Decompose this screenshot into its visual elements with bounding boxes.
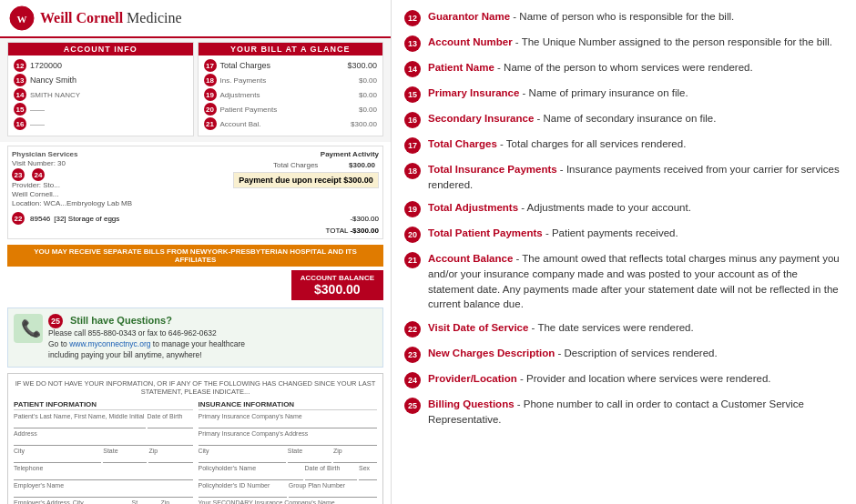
policyholder-id-label: Policyholder's ID Number [199,482,287,489]
bill-row-19: 19 Adjustments $0.00 [204,88,378,101]
group-plan-field[interactable] [289,489,377,498]
wcm-title-weill: Weill Cornell [40,10,123,25]
balance-label: ACCOUNT BALANCE [301,274,374,282]
total-charges-amount: $300.00 [347,61,377,70]
phys-left: Physician Services Visit Number: 30 23 2… [12,150,233,208]
total-label: TOTAL [325,227,348,235]
insurance-info-header: INSURANCE INFORMATION [199,400,378,410]
primary-ins-zip-field[interactable] [333,454,377,463]
legend-item-18: 18Total Insurance Payments - Insurance p… [404,162,843,192]
primary-ins-state-field[interactable] [288,454,331,463]
circle-21-bill: 21 [204,117,217,130]
legend-item-12: 12Guarantor Name - Name of person who is… [404,9,843,26]
patient-payments-label: Patient Payments [220,106,278,114]
legend-circle-16: 16 [404,112,421,128]
employer-row: Employer's Name [14,482,193,498]
legend-text-25: Billing Questions - Phone number to call… [428,397,843,427]
primary-ins-name-row: Primary Insurance Company's Name [199,413,378,428]
circle-25: 25 [48,314,63,328]
bill-row-17: 17 Total Charges $300.00 [204,59,378,72]
legend-circle-20: 20 [404,227,421,243]
legend-circle-14: 14 [404,61,421,77]
phone-field[interactable] [14,471,193,480]
policyholder-name-field[interactable] [199,471,303,480]
payment-table: Total Charges $300.00 [233,160,379,170]
circle-24: 24 [32,168,45,181]
policyholder-row: Policyholder's Name Date of Birth Sex [199,465,378,480]
legend-text-14: Patient Name - Name of the person to who… [428,60,753,76]
circle-15: 15 [14,103,26,116]
circle-23: 23 [12,168,25,181]
charges-detail-row: 22 89546 [32] Storage of eggs -$300.00 [12,212,379,225]
total-row: TOTAL -$300.00 [12,227,379,235]
employer-field[interactable] [14,489,193,498]
physician-section: Physician Services Visit Number: 30 23 2… [7,146,383,239]
balance-amount: $300.00 [301,282,374,297]
questions-line2: Go to [48,339,67,348]
phys-visit-num: Visit Number: 30 [12,159,233,167]
service-code: 89546 [30,215,50,223]
questions-line1: Please call 855-880-0343 or fax to 646-9… [48,328,217,338]
primary-ins-addr-field[interactable] [199,437,378,446]
legend-item-15: 15Primary Insurance - Name of primary in… [404,86,843,103]
primary-ins-name-label: Primary Insurance Company's Name [199,413,378,419]
legend-item-20: 20Total Patient Payments - Patient payme… [404,226,843,243]
zip-field[interactable] [148,454,192,463]
legend-text-23: New Charges Description - Description of… [428,346,718,361]
legend-circle-22: 22 [404,321,421,338]
legend-text-19: Total Adjustments - Adjustments made to … [428,200,691,216]
legend-item-23: 23New Charges Description - Description … [404,346,843,363]
primary-ins-name-field[interactable] [199,419,378,428]
legend-key-17: Total Charges [428,138,497,149]
legend-text-17: Total Charges - Total charges for all se… [428,136,686,152]
dob-field[interactable] [148,419,193,428]
legend-text-12: Guarantor Name - Name of person who is r… [428,9,734,25]
policyholder-id-field[interactable] [199,489,287,498]
account-info-header: ACCOUNT INFO [8,43,193,55]
your-bill-header: YOUR BILL AT A GLANCE [199,43,383,55]
group-plan-label: Group Plan Number [289,482,377,489]
wcm-header: W Weill Cornell Medicine [0,0,391,38]
legend-item-21: 21Account Balance - The amount owed that… [404,251,843,312]
secondary-ins-name-row: Your SECONDARY Insurance Company's Name [199,499,378,504]
questions-link[interactable]: www.myconnectnyc.org [69,339,150,348]
legend-text-20: Total Patient Payments - Patient payment… [428,226,678,241]
employer-zip-label: Zip [161,499,193,504]
legend-circle-23: 23 [404,347,421,363]
primary-ins-zip-label: Zip [333,448,377,454]
bill-row-20: 20 Patient Payments $0.00 [204,103,378,116]
policyholder-dob-field[interactable] [305,471,358,480]
left-panel: W Weill Cornell Medicine ACCOUNT INFO 12… [0,0,392,504]
charges-amount-cell: $300.00 [321,160,379,170]
primary-ins-city-field[interactable] [199,454,286,463]
primary-ins-city-row: City State Zip [199,448,378,463]
policyholder-sex-label: Sex [359,465,377,471]
legend-circle-15: 15 [404,86,421,103]
circle-18: 18 [204,74,217,86]
legend-desc-24: - Provider and location where services w… [517,373,771,384]
form-section: IF WE DO NOT HAVE YOUR INFORMATION, OR I… [7,373,383,504]
info-row-13: 13 Nancy Smith [14,74,188,86]
state-field[interactable] [103,454,147,463]
legend-desc-23: - Description of services rendered. [555,348,717,358]
form-header-text: IF WE DO NOT HAVE YOUR INFORMATION, OR I… [14,379,377,398]
phone-field-label: Telephone [14,465,193,471]
patient-name-field[interactable] [14,419,146,428]
employer-state-label: St [132,499,159,504]
questions-line4: including paying your bill anytime, anyw… [48,350,202,359]
legend-key-19: Total Adjustments [428,202,518,213]
questions-title: Still have Questions? [70,315,172,326]
payment-row-charges: Total Charges $300.00 [233,160,379,170]
city-state-zip-row: City State Zip [14,448,193,463]
legend-circle-17: 17 [404,137,421,154]
legend-desc-19: - Adjustments made to your account. [518,202,691,213]
secondary-ins-name-label: Your SECONDARY Insurance Company's Name [199,499,378,504]
state-field-label: State [103,448,147,454]
policyholder-sex-field[interactable] [359,471,377,480]
payment-due-amount: $300.00 [343,176,373,185]
legend-text-22: Visit Date of Service - The date service… [428,320,694,336]
legend-desc-17: - Total charges for all services rendere… [497,138,687,149]
circle-17: 17 [204,59,217,72]
city-field[interactable] [14,454,101,463]
address-field[interactable] [14,437,193,446]
